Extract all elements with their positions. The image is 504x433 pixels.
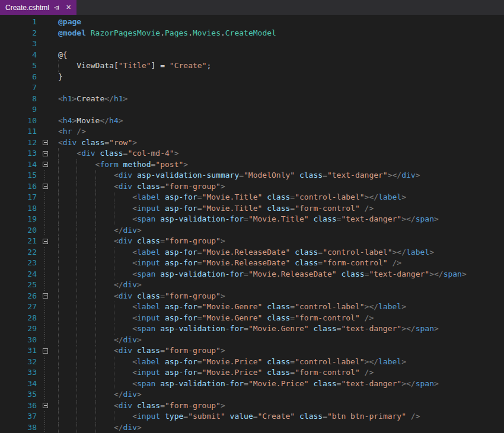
line-number: 18 [0,203,38,214]
fold-margin [38,94,52,105]
code-token: = [323,171,327,179]
code-line: 36<div class="form-group"> [0,400,504,412]
indent-guide [95,236,114,247]
code-token: > [429,248,434,256]
pin-icon[interactable] [53,4,60,11]
fold-margin [38,28,52,39]
fold-margin [38,225,52,236]
code-token: class [295,248,318,256]
fold-collapse-icon[interactable] [38,236,52,247]
code-token: > [434,324,439,333]
fold-margin [38,302,52,313]
code-token: </ [114,280,123,289]
code-token: ></ [401,324,415,333]
fold-margin [38,379,52,390]
code-token: "control-label" [323,248,392,256]
code-token: input [137,368,160,377]
code-token: "text-danger" [341,214,401,223]
line-number: 14 [0,159,38,171]
close-icon[interactable]: ✕ [65,4,72,11]
code-token: class [100,149,123,158]
fold-collapse-icon[interactable] [38,400,52,412]
code-token [388,258,393,267]
code-token: "btn btn-primary" [327,412,406,421]
indent-guide [114,411,132,422]
code-text: </div> [52,389,142,400]
line-number: 20 [0,225,38,236]
code-token: = [160,401,165,410]
code-token: < [114,401,119,410]
line-number: 32 [0,357,38,368]
fold-collapse-icon[interactable] [38,291,52,302]
fold-collapse-icon[interactable] [38,159,52,171]
fold-collapse-icon[interactable] [38,148,52,159]
code-token: < [132,302,137,311]
fold-collapse-icon[interactable] [38,181,52,193]
code-token: > [221,182,225,191]
line-number: 21 [0,236,38,247]
code-token: < [132,204,137,213]
fold-collapse-icon[interactable] [38,137,52,149]
line-number: 9 [0,104,38,116]
code-token [155,270,160,278]
code-token: asp-validation-for [160,214,244,223]
code-token: CreateModel [225,28,276,37]
code-line: 30</div> [0,335,504,346]
code-token: = [290,204,295,213]
indent-guide [76,367,95,379]
code-text: <div class="col-md-4"> [52,148,179,159]
code-token: = [197,248,202,256]
code-token: < [132,379,137,388]
indent-guide [95,411,114,422]
code-editor[interactable]: 1@page2@model RazorPagesMovie.Pages.Movi… [0,15,504,433]
line-number: 38 [0,422,38,433]
indent-guide [76,422,95,433]
code-token [132,401,137,410]
code-token: = [290,313,295,322]
code-line: 18<input asp-for="Movie.Title" class="fo… [0,203,504,214]
code-token [160,302,165,311]
code-token: = [197,313,202,322]
code-token: class [267,302,290,311]
indent-guide [58,302,76,313]
fold-margin [38,170,52,181]
code-token: . [221,28,225,37]
code-token: /> [365,368,374,377]
indent-guide [58,411,76,422]
code-token: = [197,302,202,311]
code-token: label [378,302,401,311]
indent-guide [95,269,114,280]
code-token [262,302,267,311]
fold-margin [38,280,52,291]
code-token: > [137,280,142,289]
indent-guide [58,422,76,433]
code-token: "form-group" [165,182,221,191]
code-token: = [160,346,165,355]
code-token [262,193,267,201]
code-token: "control-label" [295,193,364,201]
code-token: = [197,204,202,213]
code-token [160,193,165,201]
line-number: 13 [0,148,38,159]
line-number: 34 [0,379,38,390]
fold-margin [38,411,52,422]
code-token [160,313,165,322]
code-line: 6} [0,72,504,83]
code-token: "Movie.ReleaseDate" [202,258,291,267]
code-line: 11<hr /> [0,126,504,137]
fold-collapse-icon[interactable] [38,345,52,357]
code-token: ></ [365,357,378,366]
code-text: <div class="form-group"> [52,236,225,247]
code-token: class [313,214,336,223]
code-token: "control-label" [295,302,364,311]
code-token: = [160,182,165,191]
tab-create-cshtml[interactable]: Create.cshtml ✕ [0,0,76,15]
indent-guide [95,203,114,214]
code-token [132,291,137,300]
code-line: 9 [0,104,504,116]
indent-guide [58,357,76,368]
code-token: Movies [193,28,221,37]
code-token: "form-group" [165,401,221,410]
fold-margin [38,203,52,214]
code-token: asp-validation-for [160,379,244,388]
